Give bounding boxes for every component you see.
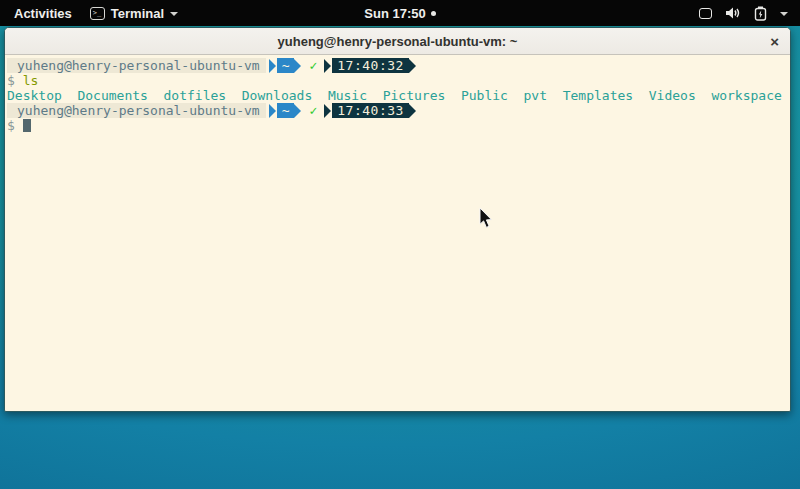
window-title: yuheng@henry-personal-ubuntu-vm: ~ — [5, 34, 790, 49]
chevron-down-icon — [780, 12, 788, 16]
prompt-line-2: yuheng@henry-personal-ubuntu-vm ~ ✓ 17:4… — [7, 103, 788, 118]
powerline-arrow-icon — [324, 59, 331, 73]
typed-command: ls — [23, 73, 39, 88]
prompt-char: $ — [7, 118, 15, 133]
directory-entry: Music — [328, 88, 367, 103]
directory-entry: Downloads — [242, 88, 312, 103]
directory-entry: Documents — [77, 88, 147, 103]
terminal-window: yuheng@henry-personal-ubuntu-vm: ~ × yuh… — [4, 27, 791, 412]
status-check-icon: ✓ — [309, 103, 317, 118]
powerline-arrow-icon — [269, 104, 276, 118]
directory-entry: Videos — [649, 88, 696, 103]
powerline-arrow-icon — [324, 104, 331, 118]
screen-share-icon — [699, 8, 712, 19]
clock[interactable]: Sun 17:50 — [364, 6, 425, 21]
gnome-top-bar: Activities >_ Terminal Sun 17:50 — [0, 0, 800, 26]
directory-entry: workspace — [711, 88, 781, 103]
directory-entry: Desktop — [7, 88, 62, 103]
app-menu-terminal[interactable]: >_ Terminal — [90, 6, 178, 21]
chevron-down-icon — [170, 12, 178, 16]
prompt-char: $ — [7, 73, 15, 88]
volume-icon — [725, 6, 741, 20]
app-menu-label: Terminal — [111, 6, 164, 21]
command-line: $ ls — [7, 73, 788, 88]
desktop: Activities >_ Terminal Sun 17:50 — [0, 0, 800, 489]
terminal-icon: >_ — [90, 7, 105, 20]
directory-entry: pvt — [524, 88, 547, 103]
prompt-cwd: ~ — [277, 103, 295, 118]
powerline-arrow-icon — [294, 104, 301, 118]
terminal-content[interactable]: yuheng@henry-personal-ubuntu-vm ~ ✓ 17:4… — [5, 55, 790, 411]
powerline-arrow-icon — [269, 59, 276, 73]
directory-entry: Public — [461, 88, 508, 103]
powerline-arrow-icon — [409, 59, 416, 73]
prompt-cwd-segment: ~ — [269, 103, 302, 118]
close-icon[interactable]: × — [770, 34, 779, 49]
ls-output-line: DesktopDocumentsdotfilesDownloadsMusicPi… — [7, 88, 788, 103]
battery-charging-icon — [754, 6, 767, 21]
prompt-cwd: ~ — [277, 58, 295, 73]
powerline-arrow-icon — [409, 104, 416, 118]
terminal-titlebar[interactable]: yuheng@henry-personal-ubuntu-vm: ~ × — [5, 28, 790, 55]
directory-entry: dotfiles — [164, 88, 227, 103]
prompt-line-1: yuheng@henry-personal-ubuntu-vm ~ ✓ 17:4… — [7, 58, 788, 73]
prompt-time-segment: 17:40:33 — [324, 103, 416, 118]
prompt-time: 17:40:32 — [332, 58, 409, 73]
prompt-time: 17:40:33 — [332, 103, 409, 118]
directory-entry: Templates — [563, 88, 633, 103]
activities-button[interactable]: Activities — [10, 4, 76, 23]
system-status-area[interactable] — [699, 6, 800, 21]
mouse-cursor-icon — [479, 208, 493, 229]
notification-dot-icon — [431, 11, 436, 16]
prompt-user-host: yuheng@henry-personal-ubuntu-vm — [7, 58, 266, 73]
active-input-line[interactable]: $ — [7, 118, 788, 133]
text-cursor — [23, 119, 31, 132]
prompt-cwd-segment: ~ — [269, 58, 302, 73]
powerline-arrow-icon — [294, 59, 301, 73]
prompt-time-segment: 17:40:32 — [324, 58, 416, 73]
prompt-user-host: yuheng@henry-personal-ubuntu-vm — [7, 103, 266, 118]
status-check-icon: ✓ — [309, 58, 317, 73]
directory-entry: Pictures — [383, 88, 446, 103]
